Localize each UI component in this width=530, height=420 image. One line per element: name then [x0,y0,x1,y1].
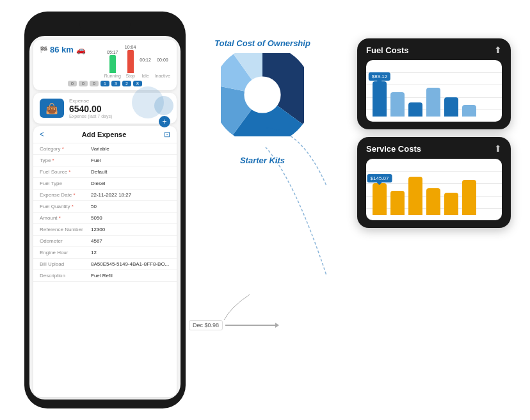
field-label-engine-hour: Engine Hour [40,250,91,255]
right-cards: Fuel Costs ⬆ $89.12 [357,38,511,228]
stop-bar [127,50,134,73]
form-row-fuel-source: Fuel Source * Default [33,166,177,178]
field-label-bill-upload: Bill Upload [40,261,91,267]
inactive-label: Inactive [155,74,170,78]
trip-badges: 0 0 0 1 3 2 8 [40,81,170,86]
fuel-bar-col-3 [408,102,422,117]
field-value-fuel-qty: 50 [91,204,97,209]
service-bar-col-6 [462,180,476,215]
pie-svg [221,53,304,136]
add-expense-button[interactable]: + [159,116,170,127]
form-row-amount: Amount * 5050 [33,213,177,224]
fuel-bar-col-1: $89.12 [373,81,387,117]
fuel-bar-1 [373,81,387,117]
field-label-fuel-type: Fuel Type [40,181,91,186]
form-row-odometer: Odometer 4567 [33,236,177,247]
starter-label: Starter Kits [198,156,326,165]
expense-deco2 [154,96,173,115]
phone-body: 🏁 86 km 🚗 05:17 Running [24,12,186,408]
idle-label: Idle [141,74,149,78]
time1-label: 05:17 [107,50,118,54]
form-row-category: Category * Variable [33,143,177,155]
form-header: < Add Expense ⊡ [33,126,177,143]
field-label-expense-date: Expense Date * [40,192,91,198]
form-row-fuel-qty: Fuel Quantity * 50 [33,201,177,213]
form-row-bill-upload: Bill Upload 8A50E545-5149-4BA1-8FF8-BO..… [33,259,177,270]
field-value-ref: 12300 [91,227,105,232]
service-bar-1 [373,183,387,215]
fuel-bar-col-5 [444,97,458,117]
form-row-type: Type * Fuel [33,155,177,166]
idle-time: 00:12 [140,58,151,62]
fuel-bar-col-2 [390,92,405,117]
tco-label: Total Cost of Ownership [198,38,326,48]
badge-0: 0 [68,81,77,86]
field-label-description: Description [40,273,91,279]
field-label-ref: Reference Number [40,227,91,232]
service-share-icon[interactable]: ⬆ [494,143,502,154]
fuel-card-header: Fuel Costs ⬆ [366,45,502,55]
flag-icon: 🏁 [40,46,47,53]
back-button[interactable]: < [40,130,44,139]
service-bar-5 [444,193,458,215]
service-bar-3 [408,177,422,215]
dec-label-area: Dec $0.98 [189,320,277,330]
car-icon: 🚗 [76,45,86,54]
time2-label: 10:04 [125,45,136,49]
service-bar-col-5 [444,193,458,215]
pie-chart [221,53,304,136]
service-card-body: $145.07 [366,159,502,220]
badge-4: 3 [111,81,120,86]
form-row-description: Description Fuel Refil [33,270,177,282]
fuel-bar-6 [462,105,476,117]
field-value-category: Variable [91,146,109,152]
form-row-expense-date: Expense Date * 22-11-2022 18:27 [33,190,177,201]
service-bar-6 [462,180,476,215]
center-area: Total Cost of Ownership Starter Kits [198,38,326,165]
field-value-amount: 5050 [91,215,102,221]
fuel-card-body: $89.12 [366,60,502,122]
service-card-title: Service Costs [366,144,421,154]
form-title: Add Expense [82,131,127,138]
fuel-costs-card: Fuel Costs ⬆ $89.12 [357,38,511,129]
field-label-category: Category * [40,146,91,152]
field-value-bill-upload: 8A50E545-5149-4BA1-8FF8-BO... [91,261,169,267]
fuel-bar-5 [444,97,458,117]
service-bars: $145.07 [373,165,495,216]
form-fields: Category * Variable Type * Fuel Fuel Sou… [33,143,177,282]
running-label: Running [104,74,121,78]
field-value-fuel-type: Diesel [91,181,105,186]
badge-5: 2 [122,81,131,86]
service-bar-col-3 [408,177,422,215]
service-costs-card: Service Costs ⬆ $145.07 [357,137,511,228]
field-value-odometer: 4567 [91,238,102,244]
fuel-share-icon[interactable]: ⬆ [494,45,502,55]
field-value-engine-hour: 12 [91,250,97,255]
fuel-price-tag: $89.12 [369,72,390,81]
svg-point-5 [244,76,280,113]
trip-card: 🏁 86 km 🚗 05:17 Running [33,40,177,90]
fuel-bars: $89.12 [373,67,495,118]
trip-distance: 86 km [50,45,74,54]
service-card-header: Service Costs ⬆ [366,143,502,154]
form-row-engine-hour: Engine Hour 12 [33,247,177,259]
fuel-bar-col-4 [426,88,440,117]
badge-6: 8 [133,81,142,86]
phone-device: 🏁 86 km 🚗 05:17 Running [24,12,186,408]
add-expense-form: < Add Expense ⊡ Category * Variable Type… [33,126,177,397]
form-row-ref: Reference Number 12300 [33,224,177,236]
service-bar-2 [390,191,405,215]
field-value-expense-date: 22-11-2022 18:27 [91,192,131,198]
field-label-odometer: Odometer [40,238,91,244]
field-label-amount: Amount * [40,215,91,221]
field-value-description: Fuel Refil [91,273,113,279]
running-bar [109,55,116,73]
service-price-tag: $145.07 [367,174,392,182]
field-value-fuel-source: Default [91,169,107,175]
dec-label: Dec $0.98 [189,320,223,330]
badge-3: 1 [100,81,109,86]
fuel-bar-3 [408,102,422,117]
dec-arrow [225,325,277,326]
badge-1: 0 [79,81,88,86]
fuel-bar-4 [426,88,440,117]
